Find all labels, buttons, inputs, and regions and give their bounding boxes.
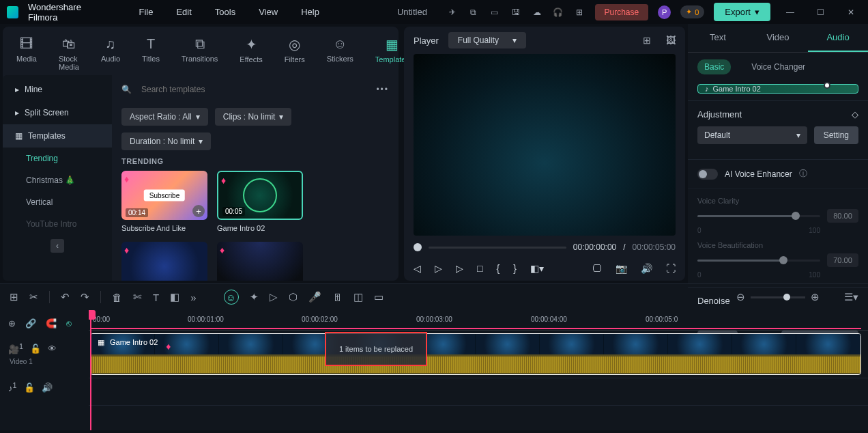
sidebar-sub-youtube-intro[interactable]: YouTube Intro <box>3 213 112 235</box>
mark-in-icon[interactable]: { <box>496 263 500 274</box>
voice-beaut-value[interactable]: 70.00 <box>827 253 858 267</box>
crop-icon[interactable]: ◧▾ <box>530 263 544 274</box>
subtab-basic[interactable]: Basic <box>697 59 731 74</box>
voice-beaut-slider[interactable] <box>697 260 820 262</box>
track-options-icon[interactable]: ☰▾ <box>844 291 858 303</box>
redo-icon[interactable]: ↷ <box>81 291 89 303</box>
menu-view[interactable]: View <box>252 4 285 20</box>
help-icon[interactable]: ⓘ <box>799 168 807 180</box>
close-button[interactable]: ✕ <box>841 1 861 23</box>
zoom-out-icon[interactable]: ⊖ <box>736 291 745 303</box>
sidebar-sub-vertical[interactable]: Vertical <box>3 191 112 213</box>
inspector-tab-text[interactable]: Text <box>688 24 748 52</box>
headphones-icon[interactable]: 🎧 <box>552 6 564 18</box>
visibility-icon[interactable]: 👁 <box>48 344 57 354</box>
video-track[interactable]: ▦ Game Intro 02 ♦ 1 items to be replaced <box>89 331 868 378</box>
add-track-icon[interactable]: ⊕ <box>8 318 16 329</box>
stop-icon[interactable]: □ <box>477 263 482 274</box>
tab-media[interactable]: 🎞Media <box>15 32 38 75</box>
tab-transitions[interactable]: ⧉Transitions <box>180 32 219 75</box>
display-settings-icon[interactable]: 🖵 <box>592 263 602 274</box>
zoom-in-icon[interactable]: ⊕ <box>811 291 820 303</box>
clip-handle[interactable] <box>824 82 830 89</box>
split-icon[interactable]: ✄ <box>133 291 142 303</box>
duration-filter[interactable]: Duration : No limit▾ <box>121 132 211 150</box>
sidebar-sub-christmas[interactable]: Christmas 🎄 <box>3 169 112 191</box>
enhance-icon[interactable]: ✦ <box>250 291 259 303</box>
ai-assistant-icon[interactable]: ☺ <box>224 290 239 305</box>
display-icon[interactable]: ▭ <box>489 6 500 18</box>
sidebar-sub-trending[interactable]: Trending <box>3 148 112 169</box>
lock-icon[interactable]: 🔓 <box>24 382 35 393</box>
volume-icon[interactable]: 🔊 <box>641 263 652 274</box>
zoom-slider[interactable] <box>751 296 805 298</box>
subtab-voice-changer[interactable]: Voice Changer <box>744 59 812 74</box>
inspector-tab-audio[interactable]: Audio <box>808 24 868 52</box>
voice-clarity-slider[interactable] <box>697 215 820 217</box>
preset-select[interactable]: Default▾ <box>697 126 807 144</box>
scrub-track[interactable] <box>429 247 566 249</box>
search-input[interactable] <box>137 81 371 98</box>
timeline-tracks[interactable]: 00:00 00:00:01:00 00:00:02:00 00:00:03:0… <box>89 310 868 430</box>
tab-effects[interactable]: ✦Effects <box>238 32 263 75</box>
mark-out-icon[interactable]: } <box>513 263 517 274</box>
menu-tools[interactable]: Tools <box>208 4 242 20</box>
clips-filter[interactable]: Clips : No limit▾ <box>215 108 292 126</box>
more-tools-icon[interactable]: » <box>190 292 196 303</box>
selection-tool-icon[interactable]: ✂ <box>29 291 38 303</box>
snapshot-view-icon[interactable]: 🖼 <box>666 35 676 46</box>
crop-tool-icon[interactable]: ◧ <box>170 291 179 303</box>
voiceover-icon[interactable]: 🎤 <box>308 291 321 303</box>
menu-file[interactable]: File <box>132 4 160 20</box>
time-ruler[interactable]: 00:00 00:00:01:00 00:00:02:00 00:00:03:0… <box>89 310 868 331</box>
menu-help[interactable]: Help <box>294 4 326 20</box>
export-button[interactable]: Export▾ <box>714 3 770 21</box>
voice-clarity-value[interactable]: 80.00 <box>827 209 858 223</box>
add-button[interactable]: + <box>192 205 205 217</box>
prev-frame-icon[interactable]: ◁ <box>414 263 421 274</box>
marker-icon[interactable]: ⬡ <box>289 291 298 303</box>
quality-select[interactable]: Full Quality▾ <box>448 32 526 48</box>
template-thumbnail[interactable]: ♦ <box>121 242 207 281</box>
credits-badge[interactable]: ✦0 <box>680 5 704 18</box>
auto-scroll-icon[interactable]: ⎋ <box>66 318 72 329</box>
layout-icon[interactable]: ⊞ <box>10 291 18 303</box>
tab-audio[interactable]: ♫Audio <box>100 32 121 75</box>
lock-icon[interactable]: 🔓 <box>30 344 41 354</box>
sidebar-item-mine[interactable]: ▸Mine <box>3 78 112 101</box>
audio-track-icon[interactable]: ♪1 <box>8 381 17 393</box>
sidebar-item-templates[interactable]: ▦Templates <box>3 124 112 148</box>
tab-filters[interactable]: ◎Filters <box>283 32 306 75</box>
sidebar-item-split-screen[interactable]: ▸Split Screen <box>3 101 112 124</box>
text-tool-icon[interactable]: T <box>153 292 159 303</box>
speed-icon[interactable]: ▭ <box>374 291 384 303</box>
template-thumbnail[interactable]: ♦ <box>217 242 303 281</box>
cloud-icon[interactable]: ☁ <box>531 6 542 18</box>
setting-button[interactable]: Setting <box>814 126 858 144</box>
replace-callout[interactable]: 1 items to be replaced <box>325 332 427 366</box>
aspect-ratio-filter[interactable]: Aspect Ratio : All▾ <box>121 108 208 126</box>
undo-icon[interactable]: ↶ <box>61 291 70 303</box>
camera-icon[interactable]: 📷 <box>616 263 627 274</box>
grid-view-icon[interactable]: ⊞ <box>643 35 651 46</box>
inspector-tab-video[interactable]: Video <box>748 24 808 52</box>
audio-settings-icon[interactable]: 🎚 <box>332 292 343 303</box>
more-options-icon[interactable]: ••• <box>376 85 389 94</box>
save-icon[interactable]: 🖫 <box>510 6 521 18</box>
avatar[interactable]: P <box>658 5 671 19</box>
tab-stickers[interactable]: ☺Stickers <box>326 32 355 75</box>
mute-icon[interactable]: 🔊 <box>42 382 53 393</box>
apps-icon[interactable]: ⊞ <box>573 6 585 18</box>
collapse-sidebar-button[interactable]: ‹ <box>50 239 64 253</box>
magnet-icon[interactable]: 🧲 <box>46 318 57 329</box>
menu-edit[interactable]: Edit <box>169 4 198 20</box>
maximize-button[interactable]: ☐ <box>810 1 830 23</box>
mixer-icon[interactable]: ◫ <box>353 291 363 303</box>
audio-clip-preview[interactable]: ♪ Game Intro 02 <box>697 84 858 94</box>
tab-titles[interactable]: TTitles <box>141 32 161 75</box>
preview-canvas[interactable] <box>414 54 676 236</box>
purchase-button[interactable]: Purchase <box>595 4 649 20</box>
timeline-clip[interactable]: ▦ Game Intro 02 ♦ <box>90 333 861 375</box>
fullscreen-icon[interactable]: ⛶ <box>666 263 676 274</box>
tab-stock-media[interactable]: 🛍Stock Media <box>57 32 81 75</box>
